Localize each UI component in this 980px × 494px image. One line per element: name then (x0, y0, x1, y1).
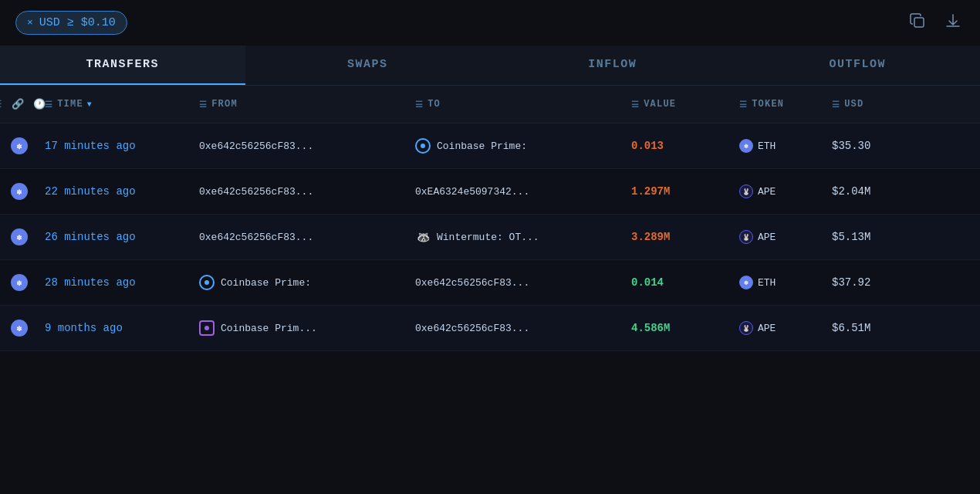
filter-label: USD ≥ $0.10 (39, 16, 116, 29)
row4-to[interactable]: 0xe642c56256cF83... (409, 277, 625, 289)
coinbase-prime-purple-icon (199, 320, 215, 336)
row4-usd: $37.92 (826, 276, 911, 289)
table-row: ✽ 22 minutes ago 0xe642c56256cF83... 0xE… (0, 169, 980, 215)
row5-chain-icon: ✽ (0, 320, 39, 337)
coinbase-dot (421, 144, 425, 148)
download-button[interactable] (941, 9, 965, 36)
col-value-label: VALUE (644, 99, 676, 110)
row4-value: 0.014 (625, 276, 733, 289)
col-token[interactable]: ☰ TOKEN (733, 99, 826, 110)
filter-icon[interactable]: ☰ (0, 98, 2, 110)
row1-chain-icon: ✽ (0, 137, 39, 154)
row5-value: 4.586M (625, 322, 733, 334)
row1-value: 0.013 (625, 140, 733, 152)
row1-to-label[interactable]: Coinbase Prime: (437, 140, 527, 152)
tab-inflow[interactable]: INFLOW (490, 46, 735, 85)
ape-token-icon: 🐰 (739, 230, 753, 244)
row4-token: ✽ ETH (733, 276, 826, 289)
row1-to: Coinbase Prime: (409, 138, 625, 154)
table-row: ✽ 26 minutes ago 0xe642c56256cF83... 🦝 W… (0, 215, 980, 260)
row4-time[interactable]: 28 minutes ago (39, 276, 193, 289)
col-from-filter-icon: ☰ (199, 100, 208, 110)
col-time-label: TIME (57, 99, 83, 110)
table-row: ✽ 28 minutes ago Coinbase Prime: 0xe642c… (0, 260, 980, 306)
ethereum-icon: ✽ (11, 228, 28, 245)
filter-chip[interactable]: × USD ≥ $0.10 (15, 11, 127, 35)
row4-chain-icon: ✽ (0, 274, 39, 291)
col-value[interactable]: ☰ VALUE (625, 99, 733, 110)
column-headers: ☰ 🔗 🕐 ☰ TIME ▼ ☰ FROM ☰ TO ☰ VALUE ☰ TOK… (0, 86, 980, 124)
row5-token-name: APE (758, 323, 776, 334)
col-to-filter-icon: ☰ (415, 100, 424, 110)
eth-token-icon: ✽ (739, 276, 753, 289)
row5-from: Coinbase Prim... (193, 320, 409, 336)
col-usd-filter-icon: ☰ (832, 100, 840, 110)
svg-rect-0 (914, 18, 924, 27)
col-to-label: TO (427, 99, 441, 110)
row1-from[interactable]: 0xe642c56256cF83... (193, 140, 409, 152)
row4-from-label[interactable]: Coinbase Prime: (221, 277, 311, 289)
col-usd-label: USD (844, 99, 863, 110)
wintermute-icon: 🦝 (415, 229, 431, 245)
row5-from-label[interactable]: Coinbase Prim... (221, 323, 317, 334)
col-time-sort-icon: ▼ (87, 100, 93, 109)
row2-from[interactable]: 0xe642c56256cF83... (193, 186, 409, 198)
ethereum-icon: ✽ (11, 320, 28, 337)
row3-usd: $5.13M (826, 231, 911, 243)
row1-time[interactable]: 17 minutes ago (39, 140, 193, 152)
copy-button[interactable] (906, 9, 929, 36)
row5-to[interactable]: 0xe642c56256cF83... (409, 323, 625, 334)
row3-to-label[interactable]: Wintermute: OT... (437, 232, 539, 243)
tab-outflow[interactable]: OUTFLOW (735, 46, 981, 85)
row2-to-label[interactable]: 0xEA6324e5097342... (415, 186, 529, 198)
row1-token: ✽ ETH (733, 139, 826, 153)
row3-chain-icon: ✽ (0, 228, 39, 245)
row1-token-name: ETH (758, 140, 776, 152)
tab-transfers[interactable]: TRANSFERS (0, 46, 245, 85)
row4-token-name: ETH (758, 277, 776, 289)
row3-from[interactable]: 0xe642c56256cF83... (193, 232, 409, 243)
row3-to: 🦝 Wintermute: OT... (409, 229, 625, 245)
col-to[interactable]: ☰ TO (409, 99, 625, 110)
row2-value: 1.297M (625, 185, 733, 198)
row4-from: Coinbase Prime: (193, 275, 409, 290)
ethereum-icon: ✽ (11, 183, 28, 200)
col-from-label: FROM (211, 99, 238, 110)
tabs-bar: TRANSFERS SWAPS INFLOW OUTFLOW (0, 46, 980, 86)
coinbase-prime-dot (204, 326, 209, 330)
ethereum-icon: ✽ (11, 274, 28, 291)
row5-token: 🐰 APE (733, 321, 826, 335)
col-token-filter-icon: ☰ (739, 100, 748, 110)
row2-usd: $2.04M (826, 185, 911, 198)
app-container: × USD ≥ $0.10 TRANSFERS SWAPS INFLOW OUT… (0, 0, 980, 494)
row3-token: 🐰 APE (733, 230, 826, 244)
table-row: ✽ 9 months ago Coinbase Prim... 0xe642c5… (0, 306, 980, 351)
row2-time[interactable]: 22 minutes ago (39, 185, 193, 198)
ethereum-icon: ✽ (11, 137, 28, 154)
row2-token-name: APE (758, 186, 776, 198)
col-from[interactable]: ☰ FROM (193, 99, 409, 110)
row2-token: 🐰 APE (733, 184, 826, 198)
row5-time[interactable]: 9 months ago (39, 322, 193, 334)
row2-to: 0xEA6324e5097342... (409, 186, 625, 198)
close-icon[interactable]: × (27, 17, 33, 29)
ape-token-icon: 🐰 (739, 321, 753, 335)
ape-token-icon: 🐰 (739, 184, 753, 198)
coinbase-icon (415, 138, 431, 154)
table-body: ✽ 17 minutes ago 0xe642c56256cF83... Coi… (0, 124, 980, 494)
row3-value: 3.289M (625, 231, 733, 243)
row3-token-name: APE (758, 232, 776, 243)
table-row: ✽ 17 minutes ago 0xe642c56256cF83... Coi… (0, 124, 980, 169)
tab-swaps[interactable]: SWAPS (245, 46, 491, 85)
top-actions (906, 9, 965, 36)
row1-usd: $35.30 (826, 140, 911, 152)
row5-usd: $6.51M (826, 322, 911, 334)
link-icon[interactable]: 🔗 (12, 98, 24, 110)
col-time-filter-icon: ☰ (45, 100, 53, 110)
row2-chain-icon: ✽ (0, 183, 39, 200)
col-usd[interactable]: ☰ USD (826, 99, 911, 110)
coinbase-icon (199, 275, 215, 290)
row3-time[interactable]: 26 minutes ago (39, 231, 193, 243)
row-controls: ☰ 🔗 🕐 (0, 93, 39, 115)
col-time[interactable]: ☰ TIME ▼ (39, 99, 193, 110)
